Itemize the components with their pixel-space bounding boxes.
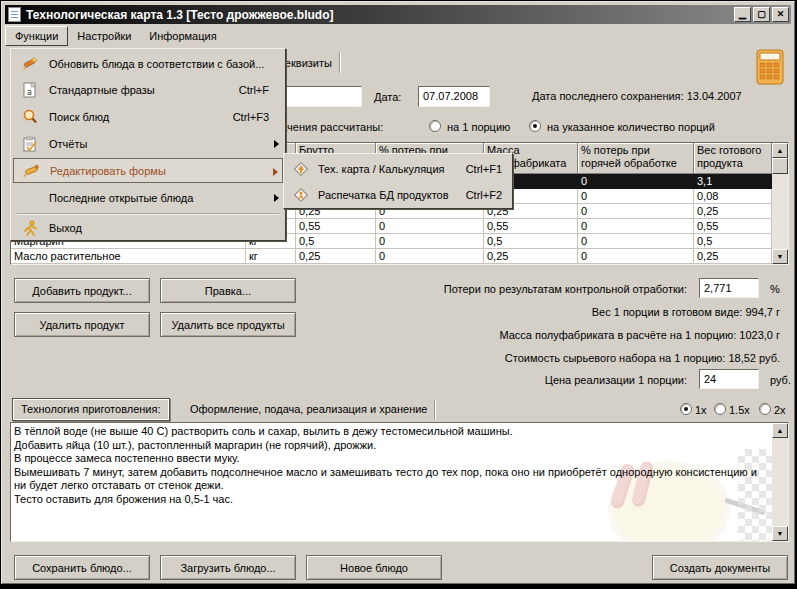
scroll-up-icon[interactable]: ▲	[772, 423, 788, 438]
col-header-ready-weight[interactable]: Вес готового продукта	[694, 143, 772, 174]
menubar-functions[interactable]: Функции	[5, 26, 68, 46]
losses-unit: %	[770, 283, 780, 295]
submenu-item-print-db[interactable]: Распечатка БД продуктов Ctrl+F2	[286, 182, 510, 207]
table-cell: 0	[578, 249, 694, 264]
edit-product-button[interactable]: Правка...	[160, 278, 296, 303]
svg-text:a: a	[27, 88, 32, 97]
load-dish-button[interactable]: Загрузить блюдо...	[160, 555, 296, 580]
radio-per-portion[interactable]	[429, 120, 441, 132]
radio-scale-1x-label[interactable]: 1x	[695, 404, 707, 416]
menu-item-update-dishes[interactable]: Обновить блюда в соответствии с базой...	[13, 51, 283, 77]
radio-specified-portions[interactable]	[529, 120, 541, 132]
submenu-arrow-icon	[273, 168, 278, 176]
radio-scale-15x-label[interactable]: 1.5x	[729, 404, 750, 416]
menu-item-reports[interactable]: Отчёты	[13, 131, 283, 157]
table-cell: 0,55	[484, 219, 578, 234]
table-cell: 0,5	[296, 234, 376, 249]
table-cell: 0	[578, 189, 694, 204]
technology-text[interactable]: В тёплой воде (не выше 40 С) растворить …	[14, 425, 766, 507]
scroll-down-icon[interactable]: ▼	[772, 526, 788, 541]
calculator-icon[interactable]	[754, 49, 786, 87]
tab-technology[interactable]: Технология приготовления:	[12, 398, 170, 421]
losses-input[interactable]: 2,771	[699, 278, 759, 298]
menu-item-edit-forms[interactable]: Редактировать формы	[13, 158, 283, 183]
edit-forms-icon	[20, 164, 42, 178]
radio-specified-portions-label[interactable]: на указанное количество порций	[547, 121, 715, 133]
price-label: Цена реализации 1 порции:	[545, 374, 687, 386]
submenu-arrow-icon	[274, 194, 279, 202]
date-input[interactable]: 07.07.2008	[418, 86, 490, 107]
app-window: Технологическая карта 1.3 [Тесто дрожжев…	[1, 1, 795, 584]
table-cell: Масло растительное	[11, 249, 246, 264]
tab-separator	[339, 52, 340, 73]
create-documents-button[interactable]: Создать документы	[652, 555, 788, 580]
table-cell: 0	[376, 249, 484, 264]
menu-bar: Функции Настройки Информация	[5, 24, 791, 47]
radio-scale-1x[interactable]	[680, 403, 692, 415]
menubar-settings[interactable]: Настройки	[68, 27, 140, 45]
menu-item-recent-dishes[interactable]: Последние открытые блюда	[13, 185, 283, 211]
table-cell: 0,08	[694, 189, 772, 204]
date-label: Дата:	[374, 91, 401, 103]
table-cell: 0	[578, 174, 694, 189]
table-cell: 0	[578, 219, 694, 234]
table-cell: кг	[246, 249, 296, 264]
menubar-information[interactable]: Информация	[140, 27, 225, 45]
price-unit: руб.	[770, 374, 791, 386]
tab-design-serving[interactable]: Оформление, подача, реализация и хранени…	[190, 403, 427, 415]
table-cell: 3,1	[694, 174, 772, 189]
menu-item-search-dishes[interactable]: Поиск блюд Ctrl+F3	[13, 104, 283, 130]
technology-scrollbar[interactable]: ▲ ▼	[772, 423, 788, 541]
minimize-button[interactable]: ▁	[734, 7, 751, 22]
table-cell: 0	[376, 219, 484, 234]
exit-icon	[19, 220, 41, 237]
functions-menu: Обновить блюда в соответствии с базой...…	[10, 48, 286, 241]
table-cell: 0,25	[694, 204, 772, 219]
table-cell: 0,55	[296, 219, 376, 234]
maximize-button[interactable]: ▢	[753, 7, 770, 22]
phrases-icon: a	[19, 82, 41, 98]
window-title: Технологическая карта 1.3 [Тесто дрожжев…	[26, 8, 333, 22]
menu-item-standard-phrases[interactable]: a Стандартные фразы Ctrl+F	[13, 77, 283, 103]
radio-scale-2x-label[interactable]: 2x	[774, 404, 786, 416]
radio-scale-2x[interactable]	[759, 403, 771, 415]
raw-cost-line: Стоимость сырьевого набора на 1 порцию: …	[505, 352, 780, 364]
table-scrollbar[interactable]: ▲ ▼	[772, 143, 788, 264]
save-dish-button[interactable]: Сохранить блюдо...	[14, 555, 150, 580]
table-cell: 0,25	[694, 249, 772, 264]
table-cell: 0,5	[694, 234, 772, 249]
update-icon	[19, 56, 41, 72]
delete-all-products-button[interactable]: Удалить все продукты	[160, 312, 296, 337]
last-saved-label: Дата последнего сохранения: 13.04.2007	[532, 90, 742, 102]
title-bar: Технологическая карта 1.3 [Тесто дрожжев…	[5, 5, 791, 24]
scroll-thumb[interactable]	[772, 158, 788, 174]
col-header-hot-loss[interactable]: % потерь при горячей обработке	[578, 143, 694, 174]
losses-label: Потери по результатам контрольной отрабо…	[444, 283, 687, 295]
print-db-icon	[291, 187, 311, 203]
semiproduct-mass-line: Масса полуфабриката в расчёте на 1 порци…	[499, 329, 780, 341]
table-cell: 0,5	[484, 234, 578, 249]
scroll-up-icon[interactable]: ▲	[772, 143, 788, 158]
table-row[interactable]: Масло растительное кг 0,25 0 0,25 0 0,25	[11, 249, 772, 264]
scroll-down-icon[interactable]: ▼	[772, 249, 788, 264]
edit-forms-submenu: Тех. карта / Калькуляция Ctrl+F1 Распеча…	[283, 153, 513, 209]
table-cell: 0,55	[694, 219, 772, 234]
app-icon	[8, 7, 21, 22]
price-input[interactable]: 24	[699, 369, 759, 389]
new-dish-button[interactable]: Новое блюдо	[306, 555, 442, 580]
tab-separator-2	[434, 400, 435, 420]
table-cell: 0	[578, 204, 694, 219]
technology-textarea[interactable]: В тёплой воде (не выше 40 С) растворить …	[10, 422, 789, 542]
tab-requisites[interactable]: Реквизиты	[278, 57, 332, 69]
portion-weight-line: Вес 1 порции в готовом виде: 994,7 г	[592, 306, 780, 318]
radio-per-portion-label[interactable]: на 1 порцию	[447, 121, 510, 133]
search-icon	[19, 109, 41, 125]
submenu-item-tech-card[interactable]: Тех. карта / Калькуляция Ctrl+F1	[286, 156, 510, 181]
close-button[interactable]: ✕	[772, 7, 789, 22]
add-product-button[interactable]: Добавить продукт...	[14, 278, 150, 303]
radio-scale-15x[interactable]	[714, 403, 726, 415]
delete-product-button[interactable]: Удалить продукт	[14, 312, 150, 337]
menu-item-exit[interactable]: Выход	[13, 215, 283, 241]
table-cell: 0,25	[296, 249, 376, 264]
table-cell: 0	[376, 234, 484, 249]
